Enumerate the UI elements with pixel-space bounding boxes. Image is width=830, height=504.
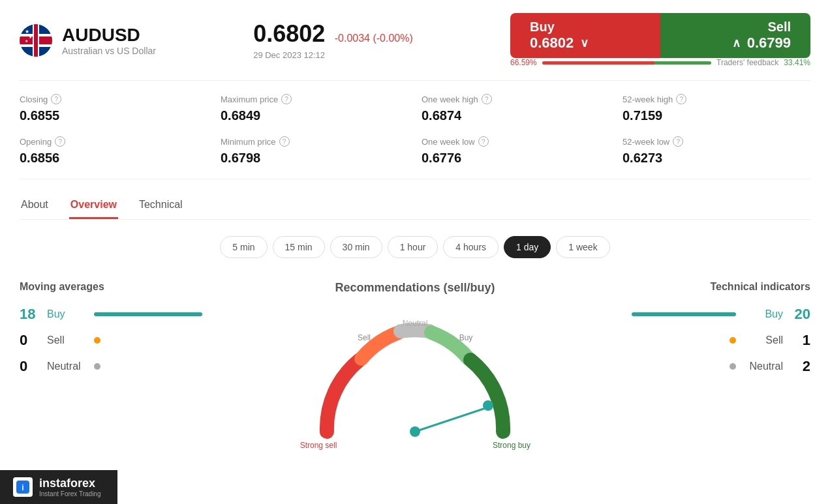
traders-feedback-label: Traders' feedback bbox=[716, 58, 778, 67]
time-btn-15min[interactable]: 15 min bbox=[273, 236, 325, 258]
stat-week-low: One week low ? 0.6776 bbox=[422, 136, 609, 166]
traders-feedback-wrapper: 66.59% Traders' feedback 33.41% bbox=[510, 58, 810, 67]
chevron-up-icon: ∧ bbox=[732, 36, 741, 50]
week-high-info-icon[interactable]: ? bbox=[482, 94, 492, 104]
time-btn-5min[interactable]: 5 min bbox=[220, 236, 267, 258]
stat-max-price-value: 0.6849 bbox=[221, 108, 408, 123]
time-btn-1week[interactable]: 1 week bbox=[556, 236, 609, 258]
price-change: -0.0034 (-0.00%) bbox=[335, 33, 413, 44]
stat-closing-label: Closing bbox=[20, 95, 48, 104]
stat-52-week-low-label: 52-week low bbox=[622, 137, 669, 147]
stat-opening-value: 0.6856 bbox=[20, 151, 208, 166]
gauge-svg: Strong sell Sell Neutral Buy Strong buy bbox=[291, 308, 539, 451]
svg-text:Strong sell: Strong sell bbox=[300, 441, 337, 450]
stat-52-week-high: 52-week high ? 0.7159 bbox=[622, 94, 810, 123]
opening-info-icon[interactable]: ? bbox=[55, 136, 65, 147]
stat-week-high-label: One week high bbox=[422, 95, 478, 104]
ti-row-buy: Buy 20 bbox=[628, 306, 810, 323]
stat-max-price-label: Maximum price bbox=[221, 95, 278, 104]
stat-52-week-high-label: 52-week high bbox=[622, 95, 673, 104]
logo-icon: i bbox=[13, 477, 33, 497]
ma-row-neutral: 0 Neutral bbox=[20, 358, 202, 375]
tab-technical[interactable]: Technical bbox=[138, 192, 184, 219]
ti-buy-bar bbox=[632, 312, 736, 316]
stat-closing: Closing ? 0.6855 bbox=[20, 94, 208, 123]
feedback-bar-buy bbox=[654, 61, 711, 65]
ma-neutral-type: Neutral bbox=[47, 361, 86, 372]
tab-about[interactable]: About bbox=[20, 192, 50, 219]
moving-averages-title: Moving averages bbox=[20, 281, 202, 293]
currency-flag: ★ ★ ★ bbox=[20, 24, 52, 57]
52-week-low-info-icon[interactable]: ? bbox=[673, 136, 683, 147]
time-btn-1hour[interactable]: 1 hour bbox=[388, 236, 438, 258]
ma-sell-type: Sell bbox=[47, 334, 86, 346]
stat-min-price: Minimum price ? 0.6798 bbox=[221, 136, 408, 166]
stat-max-price: Maximum price ? 0.6849 bbox=[221, 94, 408, 123]
svg-point-10 bbox=[410, 426, 420, 437]
ma-buy-bar-container bbox=[94, 312, 202, 316]
svg-text:★: ★ bbox=[25, 39, 28, 43]
ma-row-sell: 0 Sell bbox=[20, 332, 202, 349]
stats-section: Closing ? 0.6855 Maximum price ? 0.6849 … bbox=[20, 80, 810, 179]
stat-opening: Opening ? 0.6856 bbox=[20, 136, 208, 166]
svg-line-9 bbox=[415, 409, 484, 432]
time-periods: 5 min 15 min 30 min 1 hour 4 hours 1 day… bbox=[20, 236, 810, 258]
main-price: 0.6802 bbox=[253, 20, 325, 47]
ti-neutral-dot bbox=[730, 363, 736, 370]
week-low-info-icon[interactable]: ? bbox=[478, 136, 489, 147]
technical-indicators-title: Technical indicators bbox=[628, 281, 810, 293]
closing-info-icon[interactable]: ? bbox=[51, 94, 61, 104]
chevron-down-icon: ∨ bbox=[580, 36, 589, 50]
sell-price: ∧ 0.6799 bbox=[732, 35, 791, 52]
currency-name-block: AUDUSD Australian vs US Dollar bbox=[62, 25, 156, 56]
tabs-section: About Overview Technical bbox=[20, 192, 810, 220]
logo-sub-text: Instant Forex Trading bbox=[39, 490, 101, 497]
sell-label: Sell bbox=[767, 20, 791, 35]
stat-week-low-label: One week low bbox=[422, 137, 475, 147]
header-section: ★ ★ ★ AUDUSD Australian vs US Dollar 0.6… bbox=[20, 13, 810, 67]
ma-row-buy: 18 Buy bbox=[20, 306, 202, 323]
ma-neutral-dot bbox=[94, 363, 100, 370]
ma-neutral-count: 0 bbox=[20, 358, 39, 375]
gauge-container: Strong sell Sell Neutral Buy Strong buy bbox=[291, 308, 539, 451]
buy-button[interactable]: Buy 0.6802 ∨ bbox=[510, 13, 660, 58]
ma-sell-count: 0 bbox=[20, 332, 39, 349]
sell-button[interactable]: Sell ∧ 0.6799 bbox=[660, 13, 810, 58]
max-price-info-icon[interactable]: ? bbox=[281, 94, 292, 104]
ti-sell-type: Sell bbox=[744, 334, 783, 346]
time-btn-1day[interactable]: 1 day bbox=[504, 236, 551, 258]
ma-buy-bar bbox=[94, 312, 202, 316]
ma-buy-count: 18 bbox=[20, 306, 39, 323]
buy-label: Buy bbox=[530, 20, 555, 35]
buy-price: 0.6802 ∨ bbox=[530, 35, 589, 52]
stat-week-low-value: 0.6776 bbox=[422, 151, 609, 166]
stat-opening-label: Opening bbox=[20, 137, 52, 147]
ma-buy-type: Buy bbox=[47, 308, 86, 320]
time-btn-4hours[interactable]: 4 hours bbox=[443, 236, 499, 258]
stat-52-week-low-value: 0.6273 bbox=[622, 151, 810, 166]
ti-neutral-type: Neutral bbox=[744, 361, 783, 372]
trade-section: Buy 0.6802 ∨ Sell ∧ 0.6799 66.59% bbox=[510, 13, 810, 67]
svg-point-11 bbox=[483, 400, 493, 411]
stat-week-high-value: 0.6874 bbox=[422, 108, 609, 123]
svg-text:Strong buy: Strong buy bbox=[493, 441, 530, 450]
gauge-section: Recommendations (sell/buy) Strong sell bbox=[215, 281, 615, 451]
currency-pair-title: AUDUSD bbox=[62, 25, 156, 46]
stat-52-week-high-value: 0.7159 bbox=[622, 108, 810, 123]
stat-52-week-low: 52-week low ? 0.6273 bbox=[622, 136, 810, 166]
stat-min-price-label: Minimum price bbox=[221, 137, 276, 147]
min-price-info-icon[interactable]: ? bbox=[279, 136, 290, 147]
ti-buy-count: 20 bbox=[791, 306, 810, 323]
trade-buttons: Buy 0.6802 ∨ Sell ∧ 0.6799 bbox=[510, 13, 810, 58]
currency-subtitle: Australian vs US Dollar bbox=[62, 46, 156, 56]
logo-section: i instaforex Instant Forex Trading bbox=[0, 470, 117, 504]
52-week-high-info-icon[interactable]: ? bbox=[676, 94, 686, 104]
sell-pct: 66.59% bbox=[510, 58, 537, 67]
analysis-section: Moving averages 18 Buy 0 Sell 0 Neutral … bbox=[20, 281, 810, 451]
ti-row-sell: Sell 1 bbox=[628, 332, 810, 349]
time-btn-30min[interactable]: 30 min bbox=[330, 236, 382, 258]
ti-row-neutral: Neutral 2 bbox=[628, 358, 810, 375]
stat-min-price-value: 0.6798 bbox=[221, 151, 408, 166]
tab-overview[interactable]: Overview bbox=[69, 192, 118, 219]
buy-pct: 33.41% bbox=[784, 58, 810, 67]
